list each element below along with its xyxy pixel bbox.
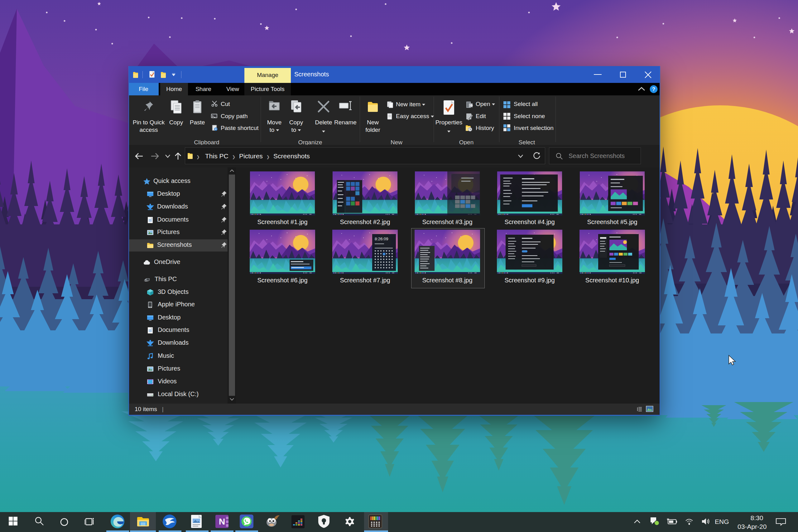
svg-text:8:26:09: 8:26:09	[375, 236, 388, 241]
svg-text:?: ?	[652, 86, 655, 92]
svg-text:N: N	[219, 517, 225, 526]
